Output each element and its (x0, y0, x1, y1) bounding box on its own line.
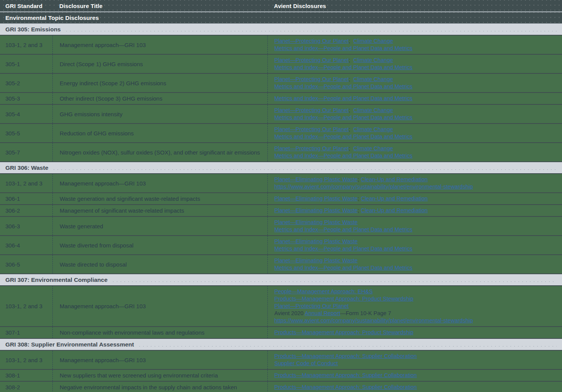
disclosure-link[interactable]: Metrics and Index—People and Planet Data… (274, 265, 412, 271)
gri-standard-cell: 103-1, 2 and 3 (0, 36, 52, 54)
disclosure-link[interactable]: Products—Management Approach: Supplier C… (274, 372, 417, 378)
disclosure-link[interactable]: Planet—Protecting Our Planet (274, 303, 349, 309)
disclosure-link[interactable]: Planet—Protecting Our Planet (274, 126, 349, 132)
disclosure-text: ; (349, 38, 353, 44)
disclosure-link[interactable]: Metrics and Index—People and Planet Data… (274, 153, 412, 159)
disclosure-link[interactable]: Climate Change (353, 107, 393, 113)
table-row: 103-1, 2 and 3Management approach—GRI 10… (0, 174, 562, 193)
gri-standard-cell: 308-2 (0, 382, 52, 392)
disclosure-link[interactable]: Metrics and Index—People and Planet Data… (274, 114, 412, 120)
disclosure-link[interactable]: Planet—Eliminating Plastic Waste (274, 207, 358, 213)
disclosure-link[interactable]: Metrics and Index—People and Planet Data… (274, 95, 412, 101)
disclosure-link[interactable]: Annual Report (305, 310, 340, 316)
disclosure-line: Planet—Eliminating Plastic Waste (274, 219, 558, 226)
gri-standard-cell: 305-3 (0, 93, 52, 104)
disclosure-line: Metrics and Index—People and Planet Data… (274, 226, 558, 233)
table-row: 306-3Waste generatedPlanet—Eliminating P… (0, 217, 562, 236)
avient-disclosures-cell: Planet—Eliminating Plastic Waste; Clean-… (267, 205, 562, 216)
disclosure-link[interactable]: Metrics and Index—People and Planet Data… (274, 133, 412, 140)
column-header-disclosure-title: Disclosure Title (52, 3, 267, 9)
disclosure-title-cell: Management approach—GRI 103 (52, 286, 267, 326)
disclosure-link[interactable]: People—Management Approach: EH&S (274, 288, 373, 294)
disclosure-link[interactable]: Planet—Protecting Our Planet (274, 107, 349, 113)
disclosure-link[interactable]: Metrics and Index—People and Planet Data… (274, 45, 412, 51)
disclosure-link[interactable]: Planet—Eliminating Plastic Waste (274, 195, 358, 202)
disclosure-line: Metrics and Index—People and Planet Data… (274, 45, 558, 52)
disclosure-link[interactable]: Planet—Protecting Our Planet (274, 145, 349, 151)
disclosure-title-cell: Negative environmental impacts in the su… (52, 382, 267, 392)
disclosure-link[interactable]: Planet—Eliminating Plastic Waste (274, 176, 358, 182)
table-row: 305-1Direct (Scope 1) GHG emissionsPlane… (0, 55, 562, 74)
disclosure-title-cell: GHG emissions intensity (52, 105, 267, 123)
avient-disclosures-cell: Planet—Protecting Our Planet; Climate Ch… (267, 143, 562, 161)
disclosure-line: Products—Management Approach: Product St… (274, 295, 558, 303)
disclosure-title-cell: Reduction of GHG emissions (52, 124, 267, 142)
disclosure-link[interactable]: Products—Management Approach: Product St… (274, 296, 414, 302)
column-header-gri-standard: GRI Standard (0, 3, 52, 9)
disclosure-link[interactable]: Metrics and Index—People and Planet Data… (274, 246, 412, 252)
disclosure-link[interactable]: Planet—Eliminating Plastic Waste (274, 219, 358, 225)
avient-disclosures-cell: Planet—Eliminating Plastic Waste; Clean-… (267, 174, 562, 192)
disclosure-line: Metrics and Index—People and Planet Data… (274, 245, 558, 252)
table-row: 308-1New suppliers that were screened us… (0, 370, 562, 382)
disclosure-title-cell: Energy indirect (Scope 2) GHG emissions (52, 74, 267, 92)
disclosure-link[interactable]: https://www.avient.com/company/sustainab… (274, 317, 473, 324)
disclosure-link[interactable]: Products—Management Approach: Supplier C… (274, 384, 417, 390)
disclosure-line: Avient 2020 Annual Report—Form 10-K Page… (274, 310, 558, 317)
disclosure-link[interactable]: Metrics and Index—People and Planet Data… (274, 83, 412, 89)
disclosure-link[interactable]: Clean-Up and Remediation (361, 207, 428, 213)
gri-standard-cell: 103-1, 2 and 3 (0, 174, 52, 192)
avient-disclosures-cell: Planet—Eliminating Plastic WasteMetrics … (267, 255, 562, 273)
gri-standard-cell: 306-4 (0, 236, 52, 254)
disclosure-line: Planet—Eliminating Plastic Waste; Clean-… (274, 195, 558, 202)
disclosure-line: Products—Management Approach: Product St… (274, 329, 558, 336)
section-header: GRI 305: Emissions (0, 24, 562, 36)
section-header: GRI 308: Supplier Environmental Assessme… (0, 339, 562, 351)
disclosure-link[interactable]: Climate Change (353, 57, 393, 63)
disclosure-line: Planet—Eliminating Plastic Waste (274, 238, 558, 245)
disclosure-link[interactable]: https://www.avient.com/company/sustainab… (274, 184, 473, 190)
disclosure-line: Planet—Protecting Our Planet; Climate Ch… (274, 37, 558, 45)
gri-standard-cell: 306-2 (0, 205, 52, 216)
disclosure-link[interactable]: Clean-Up and Remediation (361, 176, 428, 182)
disclosure-link[interactable]: Climate Change (353, 76, 393, 82)
disclosure-link[interactable]: Planet—Eliminating Plastic Waste (274, 238, 358, 244)
disclosure-link[interactable]: Planet—Protecting Our Planet (274, 57, 349, 63)
disclosure-line: Planet—Protecting Our Planet (274, 303, 558, 310)
disclosure-line: Metrics and Index—People and Planet Data… (274, 152, 558, 159)
disclosure-text: ; (349, 145, 353, 151)
disclosure-link[interactable]: Metrics and Index—People and Planet Data… (274, 226, 412, 233)
disclosure-link[interactable]: Products—Management Approach: Product St… (274, 329, 414, 335)
disclosure-line: Metrics and Index—People and Planet Data… (274, 95, 558, 102)
disclosure-title-cell: Waste diverted from disposal (52, 236, 267, 254)
disclosure-text: ; (349, 76, 353, 82)
table-row: 305-7Nitrogen oxides (NOX), sulfur oxide… (0, 143, 562, 162)
disclosure-text: ; (358, 195, 361, 202)
disclosure-link[interactable]: Planet—Protecting Our Planet (274, 38, 349, 44)
avient-disclosures-cell: Planet—Eliminating Plastic Waste; Clean-… (267, 193, 562, 204)
disclosure-link[interactable]: Products—Management Approach: Supplier C… (274, 353, 417, 359)
disclosure-link[interactable]: Planet—Eliminating Plastic Waste (274, 257, 358, 264)
disclosure-title-cell: Management approach—GRI 103 (52, 174, 267, 192)
disclosure-link[interactable]: Climate Change (353, 38, 393, 44)
disclosure-text: ; (358, 176, 361, 182)
disclosure-line: People—Management Approach: EH&S (274, 288, 558, 295)
disclosure-link[interactable]: Clean-Up and Remediation (361, 195, 428, 202)
disclosure-link[interactable]: Supplier Code of Conduct (274, 360, 338, 366)
disclosure-title-cell: Other indirect (Scope 3) GHG emissions (52, 93, 267, 104)
section-header: GRI 307: Environmental Compliance (0, 274, 562, 286)
disclosure-link[interactable]: Climate Change (353, 145, 393, 151)
disclosure-text: ; (349, 126, 353, 132)
disclosure-link[interactable]: Climate Change (353, 126, 393, 132)
disclosure-link[interactable]: Metrics and Index—People and Planet Data… (274, 64, 412, 70)
disclosure-line: Planet—Eliminating Plastic Waste (274, 257, 558, 264)
disclosure-line: Metrics and Index—People and Planet Data… (274, 114, 558, 121)
table-row: 306-2Management of significant waste-rel… (0, 205, 562, 217)
disclosure-line: Planet—Protecting Our Planet; Climate Ch… (274, 145, 558, 152)
avient-disclosures-cell: Planet—Protecting Our Planet; Climate Ch… (267, 124, 562, 142)
disclosure-link[interactable]: Planet—Protecting Our Planet (274, 76, 349, 82)
disclosure-title-cell: Waste directed to disposal (52, 255, 267, 273)
disclosure-title-cell: Waste generated (52, 217, 267, 235)
avient-disclosures-cell: Planet—Protecting Our Planet; Climate Ch… (267, 55, 562, 73)
table-body: GRI 305: Emissions103-1, 2 and 3Manageme… (0, 24, 562, 392)
